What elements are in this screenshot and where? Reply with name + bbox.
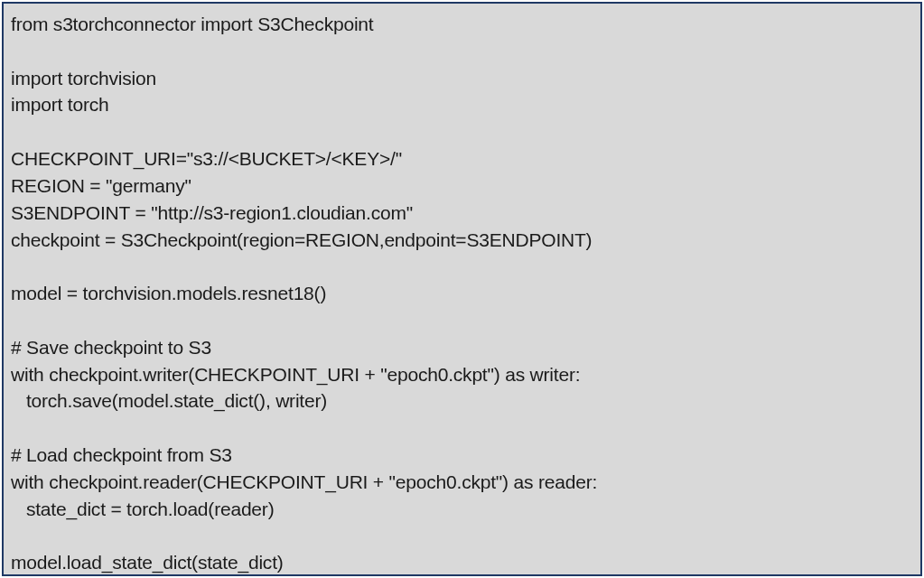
- code-line: model = torchvision.models.resnet18(): [11, 283, 326, 303]
- code-line: import torch: [11, 94, 108, 115]
- code-line: REGION = "germany": [11, 175, 191, 196]
- code-line: # Load checkpoint from S3: [11, 444, 232, 465]
- code-line: model.load_state_dict(state_dict): [11, 552, 284, 573]
- code-line: # Save checkpoint to S3: [11, 337, 211, 358]
- code-line: torch.save(model.state_dict(), writer): [11, 390, 327, 411]
- code-line: import torchvision: [11, 68, 156, 89]
- code-line: state_dict = torch.load(reader): [11, 499, 274, 519]
- code-line: S3ENDPOINT = "http://s3-region1.cloudian…: [11, 202, 413, 223]
- code-line: from s3torchconnector import S3Checkpoin…: [11, 14, 374, 34]
- code-block: from s3torchconnector import S3Checkpoin…: [2, 2, 922, 576]
- code-line: with checkpoint.reader(CHECKPOINT_URI + …: [11, 471, 597, 492]
- code-line: with checkpoint.writer(CHECKPOINT_URI + …: [11, 364, 580, 385]
- code-line: CHECKPOINT_URI="s3://<BUCKET>/<KEY>/": [11, 148, 402, 169]
- code-line: checkpoint = S3Checkpoint(region=REGION,…: [11, 229, 592, 250]
